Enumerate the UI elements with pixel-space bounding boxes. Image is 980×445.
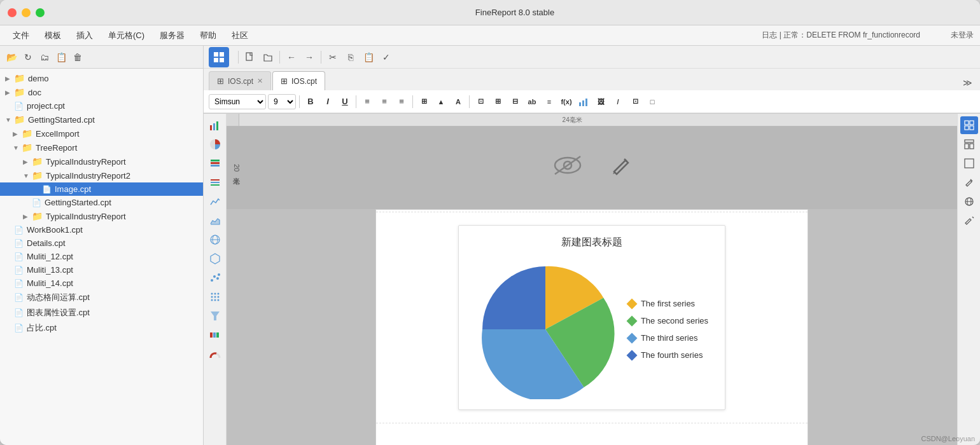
tree-item-muliti13[interactable]: ▶ 📄 Muliti_13.cpt xyxy=(0,263,203,277)
maximize-button[interactable] xyxy=(36,8,45,17)
copy-icon[interactable]: ⎘ xyxy=(343,50,358,65)
menu-template[interactable]: 模板 xyxy=(38,27,67,44)
line-list-icon[interactable] xyxy=(206,174,224,191)
tab-close-1[interactable]: ✕ xyxy=(257,77,263,85)
main-area: 📂 ↻ 🗂 📋 🗑 ▶ 📁 demo ▶ 📁 doc xyxy=(0,46,980,445)
open-icon[interactable] xyxy=(260,50,276,65)
tree-item-typical2[interactable]: ▼ 📁 TypicalIndustryReport2 xyxy=(0,168,203,182)
image-button[interactable]: 🖼 xyxy=(593,94,608,109)
properties-panel-button[interactable] xyxy=(960,116,978,134)
tree-item-ratio[interactable]: ▶ 📄 占比.cpt xyxy=(0,320,203,336)
folder-open-icon[interactable]: 📂 xyxy=(5,51,18,64)
line-button[interactable]: / xyxy=(610,94,626,109)
cell-style-button[interactable]: ⊡ xyxy=(473,94,488,109)
legend-item-2: The second series xyxy=(628,316,708,325)
edit-panel-button[interactable] xyxy=(960,174,978,191)
chart-button[interactable] xyxy=(576,94,591,109)
dot-grid-icon[interactable] xyxy=(206,288,224,306)
svg-point-26 xyxy=(211,293,213,295)
tabs-row: ⊞ IOS.cpt ✕ ⊞ IOS.cpt ≫ xyxy=(204,69,980,90)
area-chart-icon[interactable] xyxy=(206,212,224,229)
menu-insert[interactable]: 插入 xyxy=(70,27,99,44)
sparkline-icon[interactable] xyxy=(206,193,224,210)
column-chart-icon[interactable] xyxy=(206,154,224,172)
font-color-button[interactable]: A xyxy=(451,94,466,109)
tree-item-muliti14[interactable]: ▶ 📄 Muliti_14.cpt xyxy=(0,277,203,290)
border-button[interactable]: ⊞ xyxy=(416,94,431,109)
fill-color-button[interactable]: ▲ xyxy=(433,94,449,109)
globe-panel-button[interactable] xyxy=(960,193,978,210)
tree-item-gettingstarted-file[interactable]: ▶ 📄 GettingStarted.cpt xyxy=(0,196,203,209)
undo-icon[interactable]: ← xyxy=(284,50,299,65)
sep-fmt4 xyxy=(469,95,470,108)
legend-color-3 xyxy=(626,332,637,343)
tree-item-chart-props[interactable]: ▶ 📄 图表属性设置.cpt xyxy=(0,305,203,320)
underline-button[interactable]: U xyxy=(337,94,353,109)
template-panel-button[interactable] xyxy=(960,135,978,153)
merge-button[interactable]: ⊡ xyxy=(627,94,643,109)
refresh-icon[interactable]: ↻ xyxy=(22,51,34,64)
tab-right-icon[interactable]: ≫ xyxy=(960,75,975,90)
align-right-button[interactable]: ≡ xyxy=(394,94,409,109)
menu-help[interactable]: 帮助 xyxy=(193,27,223,44)
redo-icon[interactable]: → xyxy=(302,50,317,65)
delete-icon[interactable]: 🗑 xyxy=(71,51,84,64)
bold-button[interactable]: B xyxy=(303,94,318,109)
menu-server[interactable]: 服务器 xyxy=(153,27,191,44)
tree-item-muliti12[interactable]: ▶ 📄 Muliti_12.cpt xyxy=(0,250,203,263)
gauge-icon[interactable] xyxy=(206,345,224,363)
funnel-icon[interactable] xyxy=(206,307,224,325)
minimize-button[interactable] xyxy=(22,8,31,17)
tree-item-gettingstarted-folder[interactable]: ▼ 📁 GettingStarted.cpt xyxy=(0,113,203,127)
pie-chart-icon[interactable] xyxy=(206,135,224,153)
align-center-button[interactable]: ≡ xyxy=(377,94,392,109)
close-button[interactable] xyxy=(8,8,17,17)
pen-icon xyxy=(609,154,632,182)
stacked-bar-icon[interactable] xyxy=(206,326,224,344)
globe-icon[interactable] xyxy=(206,231,224,249)
tree-item-doc[interactable]: ▶ 📁 doc xyxy=(0,85,203,99)
pencil-panel-button[interactable] xyxy=(960,212,978,229)
tree-item-workbook1[interactable]: ▶ 📄 WorkBook1.cpt xyxy=(0,223,203,236)
menu-community[interactable]: 社区 xyxy=(225,27,255,44)
tab-ios-cpt-1[interactable]: ⊞ IOS.cpt ✕ xyxy=(209,71,271,90)
cut-icon[interactable]: ✂ xyxy=(325,50,340,65)
tree-item-treereport[interactable]: ▼ 📁 TreeReport xyxy=(0,140,203,154)
box-button[interactable]: □ xyxy=(645,94,660,109)
tree-item-dynamic[interactable]: ▶ 📄 动态格间运算.cpt xyxy=(0,290,203,305)
user-label[interactable]: 未登录 xyxy=(951,30,974,41)
ab-button[interactable]: ab xyxy=(524,94,540,109)
cell-panel-button[interactable] xyxy=(960,154,978,172)
formula-button[interactable]: f(x) xyxy=(559,94,574,109)
align-left-button[interactable]: ≡ xyxy=(360,94,375,109)
menu-file[interactable]: 文件 xyxy=(6,27,36,44)
check-icon[interactable]: ✓ xyxy=(379,50,394,65)
font-selector[interactable]: Simsun xyxy=(209,94,266,109)
menu-cell[interactable]: 单元格(C) xyxy=(102,27,151,44)
tree-item-typical1[interactable]: ▶ 📁 TypicalIndustryReport xyxy=(0,154,203,168)
new-folder-icon[interactable]: 🗂 xyxy=(38,51,51,64)
hex-icon[interactable] xyxy=(206,250,224,268)
template-icon[interactable]: 📋 xyxy=(55,51,67,64)
tab-ios-cpt-2[interactable]: ⊞ IOS.cpt xyxy=(272,71,325,90)
tree-item-demo[interactable]: ▶ 📁 demo xyxy=(0,71,203,85)
tree-item-details[interactable]: ▶ 📄 Details.cpt xyxy=(0,236,203,250)
scatter-icon[interactable] xyxy=(206,269,224,287)
table-button[interactable]: ⊞ xyxy=(490,94,505,109)
italic-button[interactable]: I xyxy=(320,94,335,109)
svg-point-32 xyxy=(211,299,213,301)
table2-button[interactable]: ⊟ xyxy=(507,94,522,109)
svg-rect-38 xyxy=(216,332,219,338)
menubar: 文件 模板 插入 单元格(C) 服务器 帮助 社区 日志 | 正常：DELETE… xyxy=(0,25,980,46)
tree-item-project[interactable]: ▶ 📄 project.cpt xyxy=(0,99,203,113)
paste-icon[interactable]: 📋 xyxy=(361,50,376,65)
sep1 xyxy=(238,51,239,64)
tree-item-image-cpt[interactable]: ▶ 📄 Image.cpt xyxy=(0,182,203,196)
align-v-button[interactable]: ≡ xyxy=(542,94,557,109)
tree-item-excelimport[interactable]: ▶ 📁 ExcelImport xyxy=(0,127,203,140)
tree-item-typical3[interactable]: ▶ 📁 TypicalIndustryReport xyxy=(0,209,203,223)
canvas-scroll[interactable]: 24毫米 xyxy=(227,114,957,445)
new-icon[interactable] xyxy=(242,50,258,65)
bar-chart-icon[interactable] xyxy=(206,116,224,134)
size-selector[interactable]: 9 xyxy=(268,94,296,109)
